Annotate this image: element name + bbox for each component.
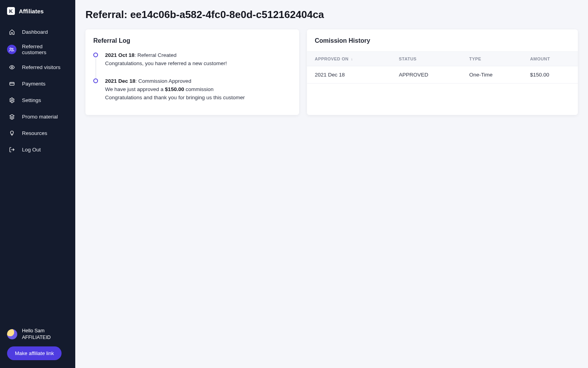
commission-history-title: Comission History [307,37,578,44]
sidebar: K Affiliates Dashboard Referred customer… [0,0,75,368]
cell-status: APPROVED [391,66,461,84]
layers-icon [7,112,16,121]
svg-point-4 [11,99,13,101]
panels: Referral Log 2021 Oct 18: Referral Creat… [85,29,578,115]
sidebar-item-referred-customers[interactable]: Referred customers [0,40,75,59]
home-icon [7,27,16,36]
timeline-line: Congratulations and thank you for bringi… [105,94,245,102]
bulb-icon [7,128,16,138]
logout-icon [7,145,16,154]
timeline-headline-suffix: : Commission Approved [135,78,191,84]
page-title: Referral: ee14c06b-a582-4fc0-8e0d-c51216… [85,9,578,21]
timeline-line: Congratulations, you have referred a new… [105,60,227,68]
timeline-date: 2021 Dec 18 [105,78,135,84]
referral-log-title: Referral Log [93,37,291,44]
column-header-approved-on[interactable]: APPROVED ON↓ [307,52,391,66]
brand-name: Affiliates [19,8,44,15]
commission-history-table: APPROVED ON↓ STATUS TYPE AMOUNT 2021 Dec… [307,51,578,84]
sidebar-item-promo-material[interactable]: Promo material [0,108,75,125]
cell-approved-on: 2021 Dec 18 [307,66,391,84]
sidebar-item-settings[interactable]: Settings [0,92,75,108]
column-header-label: APPROVED ON [315,56,348,61]
user-greeting: Hello Sam [22,328,51,334]
timeline-connector [96,58,96,79]
column-header-type[interactable]: TYPE [461,52,522,66]
brand: K Affiliates [0,0,75,20]
timeline-amount: $150.00 [165,86,184,92]
sidebar-footer: Hello Sam AFFILIATEID Make affiliate lin… [0,322,75,368]
timeline-dot-icon [93,53,98,57]
timeline-line-prefix: We have just approved a [105,86,165,92]
user-affiliate-id: AFFILIATEID [22,334,51,341]
timeline-item: 2021 Oct 18: Referral Created Congratula… [93,51,291,77]
sort-descending-icon: ↓ [351,57,353,61]
timeline-item: 2021 Dec 18: Commission Approved We have… [93,77,291,102]
user-block: Hello Sam AFFILIATEID [7,328,68,341]
sidebar-item-label: Payments [22,81,45,87]
svg-point-2 [11,66,13,68]
card-icon [7,79,16,88]
svg-point-1 [12,48,13,49]
sidebar-item-label: Log Out [22,147,41,153]
timeline-headline-suffix: : Referral Created [134,52,176,58]
commission-history-card: Comission History APPROVED ON↓ STATUS TY… [307,29,578,115]
sidebar-item-label: Settings [22,97,41,103]
sidebar-item-resources[interactable]: Resources [0,125,75,141]
timeline-dot-icon [93,78,98,83]
column-header-status[interactable]: STATUS [391,52,461,66]
users-icon [7,45,16,54]
sidebar-item-label: Dashboard [22,29,48,35]
brand-logo: K [7,7,15,15]
sidebar-item-dashboard[interactable]: Dashboard [0,24,75,40]
referral-log-card: Referral Log 2021 Oct 18: Referral Creat… [85,29,299,115]
sidebar-item-referred-visitors[interactable]: Referred visitors [0,59,75,75]
timeline-body: 2021 Dec 18: Commission Approved We have… [105,77,245,102]
sidebar-nav: Dashboard Referred customers Referred vi… [0,20,75,322]
timeline-date: 2021 Oct 18 [105,52,134,58]
sidebar-item-label: Referred visitors [22,64,60,70]
timeline-line-suffix: commission [184,86,214,92]
svg-point-0 [10,48,12,49]
main-content: Referral: ee14c06b-a582-4fc0-8e0d-c51216… [75,0,588,368]
eye-icon [7,62,16,72]
gear-icon [7,95,16,105]
sidebar-item-label: Referred customers [22,44,68,55]
timeline-body: 2021 Oct 18: Referral Created Congratula… [105,51,227,68]
sidebar-item-payments[interactable]: Payments [0,75,75,92]
svg-rect-3 [9,82,14,85]
cell-type: One-Time [461,66,522,84]
table-row: 2021 Dec 18 APPROVED One-Time $150.00 [307,66,578,84]
column-header-amount[interactable]: AMOUNT [522,52,578,66]
cell-amount: $150.00 [522,66,578,84]
sidebar-item-label: Promo material [22,114,58,120]
sidebar-item-label: Resources [22,130,47,136]
sidebar-item-logout[interactable]: Log Out [0,141,75,158]
referral-log-timeline: 2021 Oct 18: Referral Created Congratula… [93,51,291,102]
avatar [7,329,17,339]
make-affiliate-link-button[interactable]: Make affiliate link [7,346,62,360]
